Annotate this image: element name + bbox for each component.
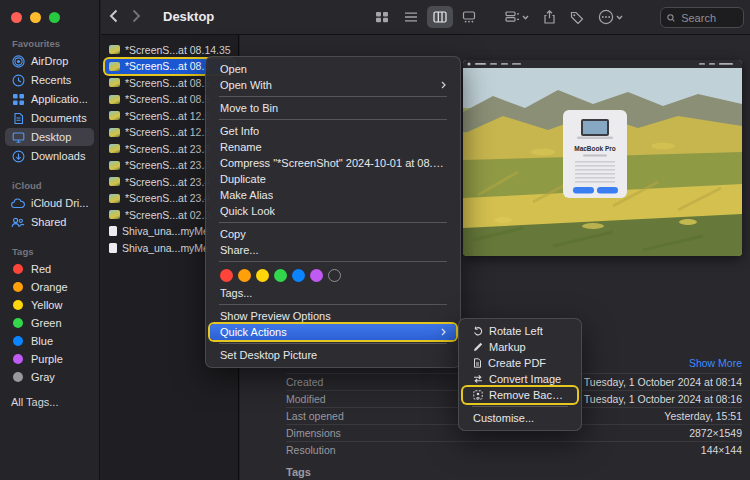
- group-by-button[interactable]: [505, 6, 529, 28]
- metadata-value: Tuesday, 1 October 2024 at 08:16: [584, 393, 742, 405]
- share-button[interactable]: [543, 6, 556, 28]
- search-input[interactable]: [679, 11, 737, 25]
- sidebar-item-label: iCloud Dri...: [31, 197, 88, 209]
- purple-tag-icon: [13, 354, 23, 364]
- sidebar-item-tag-orange[interactable]: Orange: [5, 278, 94, 295]
- purple-tag-swatch[interactable]: [310, 269, 323, 282]
- sidebar-item-downloads[interactable]: Downloads: [5, 147, 94, 165]
- metadata-label: Modified: [286, 393, 326, 405]
- file-name: *ScreenS...at 23.3: [125, 159, 210, 171]
- markup-pen-icon: [473, 342, 483, 352]
- sidebar-section-favourites: Favourites: [12, 38, 99, 49]
- menu-item-get-info[interactable]: Get Info: [210, 123, 456, 139]
- file-name: Shiva_una...myMe: [122, 242, 209, 254]
- menu-item-create-pdf[interactable]: Create PDF: [463, 355, 577, 371]
- pdf-document-icon: [473, 358, 482, 368]
- zoom-button[interactable]: [49, 12, 60, 23]
- forward-button[interactable]: [130, 7, 143, 25]
- menu-item-show-preview-options[interactable]: Show Preview Options: [210, 308, 456, 324]
- more-actions-button[interactable]: [598, 6, 623, 28]
- menu-separator: [219, 222, 447, 223]
- sidebar-item-desktop[interactable]: Desktop: [5, 128, 94, 146]
- about-window-title: MacBook Pro: [574, 145, 616, 152]
- sidebar-item-applications[interactable]: Applicatio...: [5, 90, 94, 108]
- sidebar-item-label: Green: [31, 317, 62, 329]
- submenu-chevron-icon: [441, 81, 446, 89]
- sidebar-section-icloud: iCloud: [12, 180, 99, 191]
- sidebar-item-all-tags[interactable]: All Tags...: [5, 393, 94, 410]
- no-tag-swatch[interactable]: [328, 269, 341, 282]
- metadata-value: 2872×1549: [689, 427, 742, 439]
- menu-item-quick-look[interactable]: Quick Look: [210, 203, 456, 219]
- menu-item-open-with[interactable]: Open With: [210, 77, 456, 93]
- sidebar-item-label: Yellow: [31, 299, 62, 311]
- orange-tag-swatch[interactable]: [238, 269, 251, 282]
- image-thumbnail-icon: [109, 161, 120, 170]
- menu-item-markup[interactable]: Markup: [463, 339, 577, 355]
- sidebar-item-tag-yellow[interactable]: Yellow: [5, 296, 94, 313]
- menu-item-quick-actions[interactable]: Quick Actions: [210, 324, 456, 340]
- back-button[interactable]: [107, 7, 120, 25]
- menu-item-tags[interactable]: Tags...: [210, 285, 456, 301]
- sidebar-item-airdrop[interactable]: AirDrop: [5, 52, 94, 70]
- sidebar-item-documents[interactable]: Documents: [5, 109, 94, 127]
- yellow-tag-swatch[interactable]: [256, 269, 269, 282]
- menu-item-rotate-left[interactable]: Rotate Left: [463, 323, 577, 339]
- sidebar-item-tag-green[interactable]: Green: [5, 314, 94, 331]
- search-field[interactable]: [660, 7, 744, 28]
- menu-separator: [219, 261, 447, 262]
- menu-item-remove-background[interactable]: Remove Background: [463, 387, 577, 403]
- menu-item-compress[interactable]: Compress "*ScreenShot" 2024-10-01 at 08.…: [210, 155, 456, 171]
- image-thumbnail-icon: [109, 210, 120, 219]
- menu-item-open[interactable]: Open: [210, 61, 456, 77]
- gallery-view-button[interactable]: [456, 6, 482, 28]
- menu-item-move-to-bin[interactable]: Move to Bin: [210, 100, 456, 116]
- image-thumbnail-icon: [109, 45, 120, 54]
- sidebar-item-tag-blue[interactable]: Blue: [5, 332, 94, 349]
- sidebar-item-recents[interactable]: Recents: [5, 71, 94, 89]
- sidebar-item-tag-red[interactable]: Red: [5, 260, 94, 277]
- icon-view-button[interactable]: [369, 6, 395, 28]
- sidebar-item-label: All Tags...: [11, 396, 59, 408]
- tags-button[interactable]: [570, 6, 584, 28]
- metadata-label: Created: [286, 376, 323, 388]
- menu-item-make-alias[interactable]: Make Alias: [210, 187, 456, 203]
- search-icon: [667, 13, 675, 23]
- menu-item-copy[interactable]: Copy: [210, 226, 456, 242]
- gallery-view-icon: [462, 11, 476, 23]
- menu-item-duplicate[interactable]: Duplicate: [210, 171, 456, 187]
- menu-item-rename[interactable]: Rename: [210, 139, 456, 155]
- blue-tag-icon: [13, 336, 23, 346]
- sidebar-item-label: Desktop: [31, 131, 71, 143]
- file-row[interactable]: *ScreenS...at 08.14.35: [105, 42, 234, 57]
- green-tag-icon: [13, 318, 23, 328]
- menu-item-convert-image[interactable]: Convert Image: [463, 371, 577, 387]
- sidebar-item-shared[interactable]: Shared: [5, 213, 94, 231]
- menu-item-customise[interactable]: Customise...: [463, 410, 577, 426]
- green-tag-swatch[interactable]: [274, 269, 287, 282]
- applications-icon: [11, 93, 25, 106]
- menu-separator: [219, 119, 447, 120]
- sidebar-item-label: Recents: [31, 74, 71, 86]
- menu-separator: [219, 304, 447, 305]
- sidebar-item-tag-gray[interactable]: Gray: [5, 368, 94, 385]
- sidebar-item-tag-purple[interactable]: Purple: [5, 350, 94, 367]
- blue-tag-swatch[interactable]: [292, 269, 305, 282]
- column-view-button[interactable]: [427, 6, 453, 28]
- list-view-button[interactable]: [398, 6, 424, 28]
- file-name: *ScreenS...at 08.5: [125, 77, 210, 89]
- chevron-down-icon: [522, 15, 529, 20]
- toolbar: Desktop: [101, 0, 750, 35]
- menu-item-share[interactable]: Share...: [210, 242, 456, 258]
- document-icon: [11, 112, 25, 125]
- red-tag-swatch[interactable]: [220, 269, 233, 282]
- quick-actions-submenu: Rotate Left Markup Create PDF Convert Im…: [458, 318, 582, 431]
- file-name: Shiva_una...myMe: [122, 225, 209, 237]
- sidebar-item-icloud-drive[interactable]: iCloud Dri...: [5, 194, 94, 212]
- preview-image[interactable]: MacBook Pro: [463, 60, 742, 256]
- close-button[interactable]: [11, 12, 22, 23]
- clock-icon: [11, 74, 25, 87]
- minimize-button[interactable]: [30, 12, 41, 23]
- sidebar-item-label: Gray: [31, 371, 55, 383]
- menu-item-set-desktop-picture[interactable]: Set Desktop Picture: [210, 347, 456, 363]
